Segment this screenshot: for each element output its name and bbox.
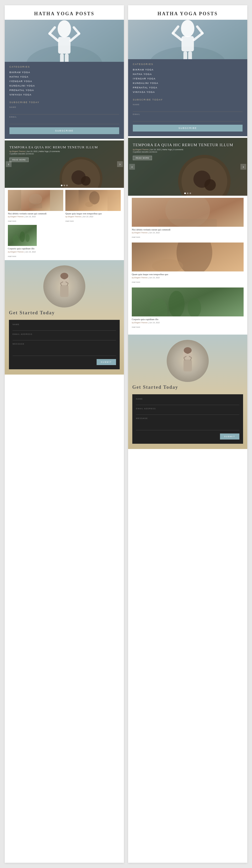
- svg-rect-59: [158, 219, 217, 226]
- left-post-meta-3: by Elegant Themes | Jun 19, 2022: [8, 251, 37, 253]
- right-slider-next[interactable]: ›: [241, 164, 246, 169]
- left-email-input[interactable]: [9, 119, 119, 124]
- left-slider-next[interactable]: ›: [117, 161, 123, 167]
- left-widget-title: Hatha Yoga Posts: [5, 5, 124, 20]
- right-email-input[interactable]: [133, 117, 243, 122]
- left-gs-message-input[interactable]: [12, 345, 116, 356]
- right-name-input[interactable]: [133, 107, 243, 112]
- right-slider-title: Tempora ea quia hic rerum tenetur illum: [133, 143, 234, 148]
- left-post-card-1: Nisi debitis veritatis earum qui commodi…: [8, 190, 63, 223]
- left-post-meta-2: by Elegant Themes | Jun 19, 2022: [65, 216, 121, 218]
- right-gs-form: Name Email Address Message Submit: [132, 394, 243, 444]
- right-gs-title: Get Started Today: [132, 384, 243, 390]
- right-subscribe-button[interactable]: Subscribe: [133, 125, 243, 131]
- right-slider-dots: [184, 192, 191, 194]
- left-gs-submit-button[interactable]: Submit: [97, 359, 116, 365]
- right-post-title-1: Nisi debitis veritatis earum qui commodi: [132, 228, 244, 231]
- right-cat-2: Hatha Yoga: [133, 72, 243, 76]
- left-category-list: Bikram Yoga Hatha Yoga Iyengar Yoga Kund…: [9, 70, 119, 97]
- right-slider-desc: Cupiditate blanditiis architecto: [133, 151, 234, 153]
- left-post-title-1: Nisi debitis veritatis earum qui commodi: [8, 212, 63, 215]
- right-gs-submit-button[interactable]: Submit: [220, 433, 240, 439]
- left-post-readmore-3[interactable]: read more: [8, 255, 16, 257]
- left-gs-email-input[interactable]: [12, 336, 116, 340]
- right-post-item-2: Quam quia itaque rem temporibus quo by E…: [132, 243, 244, 284]
- right-cat-1: Bikram Yoga: [133, 68, 243, 72]
- left-slider-content: Tempora ea quia hic rerum tenetur illum …: [9, 145, 111, 162]
- right-slider-prev[interactable]: ‹: [129, 164, 135, 169]
- right-post-readmore-2[interactable]: read more: [132, 281, 140, 283]
- right-post-img-3: [132, 287, 244, 316]
- right-gs-content: Get Started Today Name Email Address Mes…: [128, 335, 247, 449]
- svg-point-29: [26, 234, 30, 242]
- left-dot-2[interactable]: [64, 185, 65, 186]
- right-cat-6: Vinyasa Yoga: [133, 90, 243, 94]
- right-gs-name-input[interactable]: [136, 400, 240, 405]
- left-gs-message-label: Message: [12, 343, 116, 345]
- left-slider-title: Tempora ea quia hic rerum tenetur illum: [9, 145, 111, 150]
- right-post-title-3: Corporis quia cupiditate illo: [132, 318, 244, 321]
- right-dot-1[interactable]: [184, 192, 186, 194]
- right-post-img-2: [132, 243, 244, 272]
- right-gs-email-label: Email Address: [136, 408, 240, 409]
- right-subscribe-form: Name Email Subscribe: [133, 104, 243, 131]
- svg-point-2: [58, 20, 71, 37]
- page-wrapper: Hatha Yoga Posts: [0, 0, 252, 868]
- right-post-item-1: Nisi debitis veritatis earum qui commodi…: [132, 198, 244, 239]
- left-slider-read-more[interactable]: Read More: [9, 158, 29, 162]
- right-slider-meta: by Elegant Themes | Jun 19, 2022 | Hatha…: [133, 149, 234, 151]
- left-post-title-2: Quam quia itaque rem temporibus quo: [65, 212, 121, 215]
- left-slider-desc: Cupiditate blanditiis architecto: [9, 153, 111, 155]
- left-gs-name-label: Name: [12, 323, 116, 326]
- left-post-readmore-1[interactable]: read more: [8, 220, 16, 222]
- svg-rect-3: [58, 37, 70, 54]
- left-cat-1: Bikram Yoga: [9, 70, 119, 75]
- left-post-readmore-2[interactable]: read more: [65, 220, 74, 222]
- left-dot-1[interactable]: [61, 185, 63, 186]
- right-cat-3: Iyengar Yoga: [133, 76, 243, 81]
- right-post-item-3: Corporis quia cupiditate illo by Elegant…: [132, 287, 244, 329]
- right-dot-2[interactable]: [187, 192, 188, 194]
- svg-rect-8: [60, 54, 64, 62]
- left-subscribe-form: Name Email Subscribe: [9, 106, 119, 134]
- left-post-meta-1: by Elegant Themes | Jun 19, 2022: [8, 216, 63, 218]
- left-gs-content: Get Started Today Name Email Address Mes…: [5, 260, 124, 375]
- svg-rect-9: [65, 54, 69, 62]
- right-gs-message-input[interactable]: [136, 420, 240, 430]
- right-name-label: Name: [133, 104, 243, 105]
- right-post-meta-3: by Elegant Themes | Jun 19, 2022: [132, 322, 244, 323]
- right-subscribe-label: Subscribe Today: [133, 98, 243, 101]
- svg-rect-22: [29, 203, 42, 208]
- left-slider-meta: by Elegant Themes | Jun 19, 2022 | Hatha…: [9, 151, 111, 152]
- right-gs-message-label: Message: [136, 417, 240, 419]
- right-widget-body: Categories Bikram Yoga Hatha Yoga Iyenga…: [128, 59, 247, 136]
- right-categories-label: Categories: [133, 63, 243, 65]
- right-post-readmore-1[interactable]: read more: [132, 236, 140, 238]
- right-slider-read-more[interactable]: Read More: [133, 156, 152, 160]
- svg-rect-48: [188, 51, 192, 59]
- left-post-img-3: [8, 225, 37, 246]
- left-cat-5: Prenatal Yoga: [9, 88, 119, 93]
- left-post-title-3: Corporis quia cupiditate illo: [8, 247, 37, 250]
- left-name-input[interactable]: [9, 110, 119, 115]
- svg-point-21: [29, 194, 42, 205]
- left-dot-3[interactable]: [66, 185, 68, 186]
- svg-rect-63: [132, 287, 244, 316]
- right-column: Hatha Yoga Posts: [128, 5, 247, 863]
- svg-point-27: [12, 235, 19, 244]
- left-gs-name-input[interactable]: [12, 326, 116, 331]
- right-post-readmore-3[interactable]: read more: [132, 326, 140, 328]
- left-cat-2: Hatha Yoga: [9, 75, 119, 79]
- left-subscribe-button[interactable]: Subscribe: [9, 127, 119, 134]
- right-gs-name-label: Name: [136, 398, 240, 400]
- right-gs-email-input[interactable]: [136, 410, 240, 415]
- left-slider-prev[interactable]: ‹: [6, 161, 11, 167]
- left-cat-3: Iyengar Yoga: [9, 79, 119, 84]
- right-post-list: Nisi debitis veritatis earum qui commodi…: [128, 196, 247, 335]
- right-dot-3[interactable]: [189, 192, 191, 194]
- left-name-label: Name: [9, 106, 119, 108]
- right-category-list: Bikram Yoga Hatha Yoga Iyengar Yoga Kund…: [133, 68, 243, 95]
- right-get-started: Get Started Today Name Email Address Mes…: [128, 335, 247, 449]
- left-gs-title: Get Started Today: [9, 310, 120, 316]
- svg-point-65: [169, 291, 184, 316]
